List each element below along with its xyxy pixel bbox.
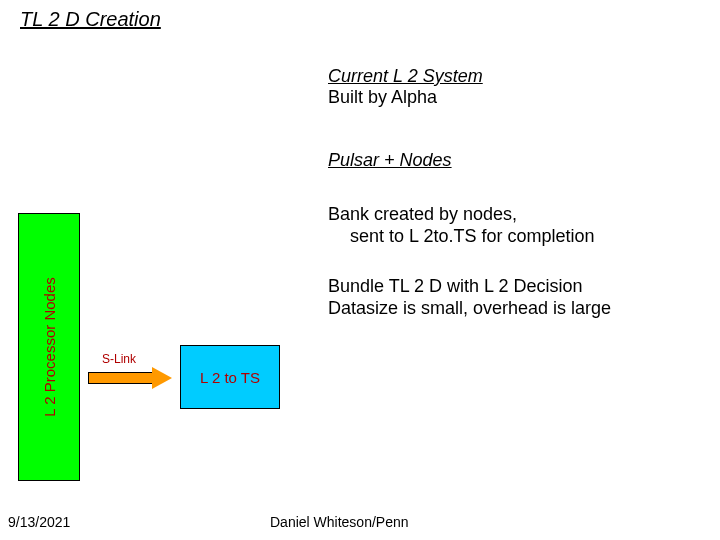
pulsar-heading: Pulsar + Nodes [328,150,452,171]
footer-date: 9/13/2021 [8,514,70,530]
current-sub: Built by Alpha [328,87,483,108]
bank-line1: Bank created by nodes, [328,204,594,226]
processor-nodes-label: L 2 Processor Nodes [41,277,58,417]
section-current: Current L 2 System Built by Alpha [328,66,483,108]
slink-label: S-Link [102,352,136,366]
section-bank: Bank created by nodes, sent to L 2to.TS … [328,204,594,247]
processor-nodes-box: L 2 Processor Nodes [18,213,80,481]
bundle-line2: Datasize is small, overhead is large [328,298,611,320]
section-pulsar: Pulsar + Nodes [328,150,452,171]
section-bundle: Bundle TL 2 D with L 2 Decision Datasize… [328,276,611,319]
l2ts-box: L 2 to TS [180,345,280,409]
slide-title: TL 2 D Creation [20,8,161,31]
arrow-icon [88,367,173,389]
current-heading: Current L 2 System [328,66,483,87]
l2ts-label: L 2 to TS [200,369,260,386]
bank-line2: sent to L 2to.TS for completion [328,226,594,248]
bundle-line1: Bundle TL 2 D with L 2 Decision [328,276,611,298]
footer-author: Daniel Whiteson/Penn [270,514,409,530]
